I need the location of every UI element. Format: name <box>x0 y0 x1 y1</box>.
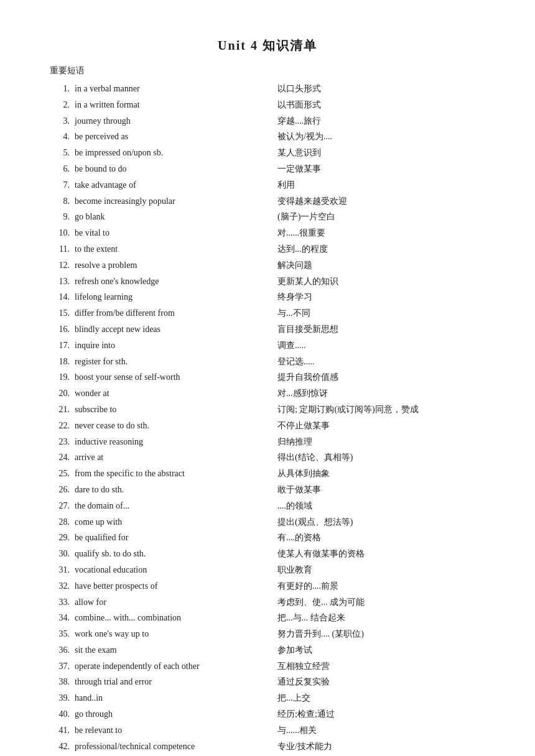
list-item: 33.allow for考虑到、使... 成为可能 <box>50 595 485 610</box>
item-chinese: 某人意识到 <box>265 145 485 160</box>
item-number: 38. <box>50 675 72 689</box>
item-number: 26. <box>50 482 72 497</box>
item-chinese: 变得越来越受欢迎 <box>265 194 485 209</box>
item-number: 25. <box>50 466 72 481</box>
item-english: dare to do sth. <box>72 482 265 497</box>
item-english: through trial and error <box>72 675 265 689</box>
item-english: have better prospects of <box>72 579 265 594</box>
list-item: 21.subscribe to订阅; 定期订购(或订阅等)同意，赞成 <box>50 402 485 417</box>
item-chinese: 终身学习 <box>265 290 485 305</box>
item-chinese: 把...与... 结合起来 <box>265 611 485 625</box>
item-number: 24. <box>50 450 72 465</box>
item-number: 21. <box>50 402 72 417</box>
list-item: 34.combine... with... combination把...与..… <box>50 611 485 625</box>
list-item: 28.come up with提出(观点、想法等) <box>50 515 485 530</box>
list-item: 18.register for sth.登记选..... <box>50 354 485 369</box>
item-english: come up with <box>72 515 265 530</box>
list-item: 5.be impressed on/upon sb.某人意识到 <box>50 145 485 160</box>
item-chinese: 与......相关 <box>265 723 485 738</box>
list-item: 9.go blank(脑子)一片空白 <box>50 210 485 224</box>
item-english: sit the exam <box>72 643 265 658</box>
item-number: 8. <box>50 194 72 209</box>
list-item: 2.in a written format以书面形式 <box>50 98 485 113</box>
item-number: 12. <box>50 258 72 273</box>
list-item: 23.inductive reasoning归纳推理 <box>50 435 485 449</box>
item-chinese: 一定做某事 <box>265 162 485 177</box>
item-english: refresh one's knowledge <box>72 274 265 289</box>
item-english: hand..in <box>72 691 265 706</box>
item-chinese: 敢于做某事 <box>265 482 485 497</box>
item-chinese: 提升自我价值感 <box>265 370 485 385</box>
item-chinese: 考虑到、使... 成为可能 <box>265 595 485 610</box>
item-english: register for sth. <box>72 354 265 369</box>
list-item: 25.from the specific to the abstract从具体到… <box>50 466 485 481</box>
item-english: professional/technical competence <box>72 739 265 754</box>
item-english: go blank <box>72 210 265 224</box>
item-number: 2. <box>50 98 72 113</box>
list-item: 29.be qualified for有....的资格 <box>50 530 485 545</box>
list-item: 1.in a verbal manner以口头形式 <box>50 81 485 96</box>
item-number: 42. <box>50 739 72 754</box>
item-english: lifelong learning <box>72 290 265 305</box>
list-item: 38.through trial and error通过反复实验 <box>50 675 485 689</box>
item-number: 35. <box>50 627 72 642</box>
item-chinese: 对......很重要 <box>265 226 485 241</box>
item-number: 30. <box>50 546 72 561</box>
item-number: 37. <box>50 659 72 674</box>
list-item: 16.blindly accept new ideas盲目接受新思想 <box>50 322 485 337</box>
item-number: 22. <box>50 418 72 433</box>
item-number: 33. <box>50 595 72 610</box>
item-number: 36. <box>50 643 72 658</box>
list-item: 39.hand..in把...上交 <box>50 691 485 706</box>
item-chinese: 提出(观点、想法等) <box>265 515 485 530</box>
item-number: 1. <box>50 81 72 96</box>
item-english: to the extent <box>72 242 265 257</box>
item-chinese: 互相独立经营 <box>265 659 485 674</box>
list-item: 14.lifelong learning终身学习 <box>50 290 485 305</box>
item-english: in a verbal manner <box>72 81 265 96</box>
item-chinese: 调查..... <box>265 338 485 353</box>
list-item: 20.wonder at对...感到惊讶 <box>50 386 485 401</box>
list-item: 30.qualify sb. to do sth.使某人有做某事的资格 <box>50 546 485 561</box>
list-item: 31.vocational education职业教育 <box>50 563 485 578</box>
item-chinese: 与...不同 <box>265 306 485 321</box>
item-number: 10. <box>50 226 72 241</box>
item-english: wonder at <box>72 386 265 401</box>
item-chinese: 职业教育 <box>265 563 485 578</box>
item-english: boost your sense of self-worth <box>72 370 265 385</box>
list-item: 41.be relevant to与......相关 <box>50 723 485 738</box>
list-item: 24.arrive at得出(结论、真相等) <box>50 450 485 465</box>
item-number: 18. <box>50 354 72 369</box>
item-chinese: 有更好的....前景 <box>265 579 485 594</box>
vocab-list: 1.in a verbal manner以口头形式2.in a written … <box>50 81 485 754</box>
item-number: 9. <box>50 210 72 224</box>
list-item: 7.take advantage of利用 <box>50 178 485 193</box>
item-number: 14. <box>50 290 72 305</box>
item-english: be vital to <box>72 226 265 241</box>
list-item: 17.inquire into调查..... <box>50 338 485 353</box>
item-chinese: 有....的资格 <box>265 530 485 545</box>
item-english: subscribe to <box>72 402 265 417</box>
item-number: 41. <box>50 723 72 738</box>
list-item: 11.to the extent达到...的程度 <box>50 242 485 257</box>
list-item: 10.be vital to对......很重要 <box>50 226 485 241</box>
list-item: 12.resolve a problem解决问题 <box>50 258 485 273</box>
item-chinese: 达到...的程度 <box>265 242 485 257</box>
list-item: 40.go through经历;检查;通过 <box>50 707 485 722</box>
item-number: 3. <box>50 114 72 129</box>
list-item: 35.work one's way up to努力晋升到.... (某职位) <box>50 627 485 642</box>
item-english: vocational education <box>72 563 265 578</box>
item-chinese: 努力晋升到.... (某职位) <box>265 627 485 642</box>
list-item: 42.professional/technical competence专业/技… <box>50 739 485 754</box>
item-number: 32. <box>50 579 72 594</box>
item-chinese: 参加考试 <box>265 643 485 658</box>
item-chinese: 穿越....旅行 <box>265 114 485 129</box>
list-item: 15.differ from/be different from与...不同 <box>50 306 485 321</box>
page-title: Unit 4 知识清单 <box>50 37 485 54</box>
item-english: qualify sb. to do sth. <box>72 546 265 561</box>
section-label: 重要短语 <box>50 65 485 76</box>
item-chinese: 利用 <box>265 178 485 193</box>
item-english: be bound to do <box>72 162 265 177</box>
item-english: allow for <box>72 595 265 610</box>
item-number: 27. <box>50 499 72 514</box>
